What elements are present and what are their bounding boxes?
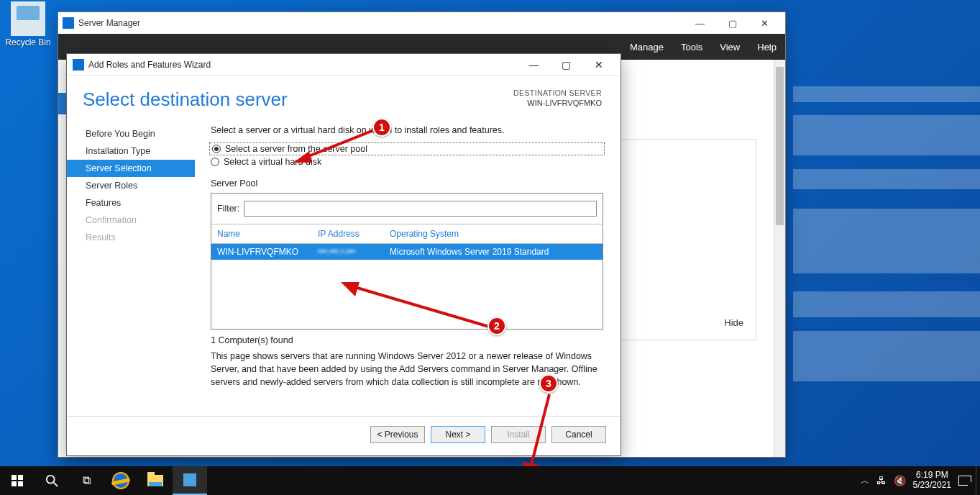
destination-info: DESTINATION SERVER WIN-LIVFRVQFMKO	[513, 88, 602, 107]
svg-rect-8	[12, 481, 17, 486]
menu-view[interactable]: View	[720, 42, 740, 53]
server-manager-title: Server Manager	[78, 18, 140, 28]
file-explorer-icon	[147, 475, 163, 486]
col-ip[interactable]: IP Address	[318, 229, 390, 239]
hide-link[interactable]: Hide	[724, 317, 743, 328]
server-pool-box: Filter: Name IP Address Operating System…	[211, 193, 603, 330]
server-manager-titlebar[interactable]: Server Manager — ▢ ✕	[58, 12, 785, 34]
scrollbar-thumb[interactable]	[776, 67, 784, 225]
recycle-bin[interactable]: Recycle Bin	[1, 1, 55, 47]
radio-server-pool[interactable]: Select a server from the server pool	[211, 144, 603, 154]
server-list-header: Name IP Address Operating System	[211, 224, 603, 244]
svg-rect-6	[12, 475, 17, 480]
radio-vhd-label: Select a virtual hard disk	[224, 157, 321, 167]
filter-label: Filter:	[217, 204, 239, 214]
nav-installation-type[interactable]: Installation Type	[67, 142, 195, 160]
scrollbar[interactable]	[774, 60, 785, 457]
install-button: Install	[491, 426, 546, 443]
destination-server: WIN-LIVFRVQFMKO	[513, 99, 602, 107]
maximize-button[interactable]: ▢	[716, 13, 748, 33]
destination-label: DESTINATION SERVER	[513, 88, 602, 97]
nav-features[interactable]: Features	[67, 194, 195, 212]
nav-server-roles[interactable]: Server Roles	[67, 177, 195, 194]
wizard-minimize-button[interactable]: —	[518, 55, 550, 75]
computers-found: 1 Computer(s) found	[211, 335, 603, 345]
cancel-button[interactable]: Cancel	[551, 426, 606, 443]
task-view-icon: ⧉	[83, 474, 91, 487]
col-name[interactable]: Name	[217, 229, 318, 239]
recycle-bin-label: Recycle Bin	[5, 37, 50, 47]
radio-icon	[212, 145, 221, 153]
server-manager-icon	[183, 473, 196, 486]
recycle-bin-icon	[11, 1, 45, 36]
radio-server-pool-label: Select a server from the server pool	[225, 144, 367, 154]
internet-explorer-icon	[112, 472, 129, 489]
svg-point-10	[47, 476, 55, 483]
server-row[interactable]: WIN-LIVFRVQFMKO •••.•••.•.••• Microsoft …	[211, 244, 603, 260]
wallpaper-rays	[793, 86, 980, 389]
nav-results: Results	[67, 229, 195, 246]
tray-overflow-icon[interactable]: ︿	[861, 475, 869, 487]
server-manager-icon	[63, 17, 74, 29]
wizard-close-button[interactable]: ✕	[582, 55, 615, 75]
wizard-titlebar[interactable]: Add Roles and Features Wizard — ▢ ✕	[67, 54, 620, 76]
server-pool-heading: Server Pool	[211, 178, 603, 189]
wizard-nav: Before You Begin Installation Type Serve…	[67, 115, 195, 416]
add-roles-wizard: Add Roles and Features Wizard — ▢ ✕ Sele…	[66, 53, 621, 456]
server-row-name: WIN-LIVFRVQFMKO	[217, 247, 318, 257]
clock[interactable]: 6:19 PM 5/23/2021	[913, 471, 951, 491]
start-button[interactable]	[0, 466, 35, 495]
menu-help[interactable]: Help	[757, 42, 777, 53]
server-row-ip: •••.•••.•.•••	[318, 247, 390, 257]
svg-rect-7	[18, 475, 23, 480]
previous-button[interactable]: < Previous	[370, 426, 425, 443]
svg-line-11	[54, 483, 58, 486]
taskbar: ⧉ ︿ 🖧 🔇 6:19 PM 5/23/2021	[0, 466, 980, 495]
search-icon	[45, 474, 58, 487]
radio-vhd[interactable]: Select a virtual hard disk	[211, 157, 603, 167]
taskbar-server-manager[interactable]	[173, 466, 207, 495]
show-desktop-button[interactable]	[976, 466, 980, 495]
task-view-button[interactable]: ⧉	[69, 466, 104, 495]
nav-server-selection[interactable]: Server Selection	[67, 160, 195, 177]
volume-icon[interactable]: 🔇	[894, 475, 906, 486]
intro-text: Select a server or a virtual hard disk o…	[211, 125, 603, 135]
windows-logo-icon	[12, 475, 23, 486]
server-row-os: Microsoft Windows Server 2019 Standard	[390, 247, 597, 257]
clock-date: 5/23/2021	[913, 481, 951, 491]
clock-time: 6:19 PM	[913, 471, 951, 481]
system-tray: ︿ 🖧 🔇 6:19 PM 5/23/2021	[856, 471, 976, 491]
filter-input[interactable]	[244, 201, 597, 217]
network-icon[interactable]: 🖧	[876, 475, 887, 486]
wizard-footer: < Previous Next > Install Cancel	[67, 416, 620, 452]
next-button[interactable]: Next >	[431, 426, 485, 443]
nav-confirmation: Confirmation	[67, 212, 195, 229]
minimize-button[interactable]: —	[684, 13, 716, 33]
annotation-callout-2: 2	[487, 317, 506, 335]
menu-tools[interactable]: Tools	[681, 42, 702, 53]
svg-rect-9	[18, 481, 23, 486]
taskbar-ie[interactable]	[104, 466, 138, 495]
close-button[interactable]: ✕	[748, 13, 781, 33]
col-os[interactable]: Operating System	[390, 229, 597, 239]
nav-before-you-begin[interactable]: Before You Begin	[67, 125, 195, 142]
wizard-maximize-button[interactable]: ▢	[550, 55, 582, 75]
taskbar-file-explorer[interactable]	[138, 466, 173, 495]
radio-icon	[211, 158, 219, 166]
annotation-callout-1: 1	[372, 118, 391, 137]
wizard-title: Add Roles and Features Wizard	[88, 60, 211, 70]
wizard-icon	[73, 59, 84, 71]
page-title: Select destination server	[83, 88, 288, 111]
search-button[interactable]	[35, 466, 69, 495]
annotation-callout-3: 3	[539, 374, 558, 393]
action-center-icon[interactable]	[958, 476, 971, 486]
menu-manage[interactable]: Manage	[630, 42, 664, 53]
